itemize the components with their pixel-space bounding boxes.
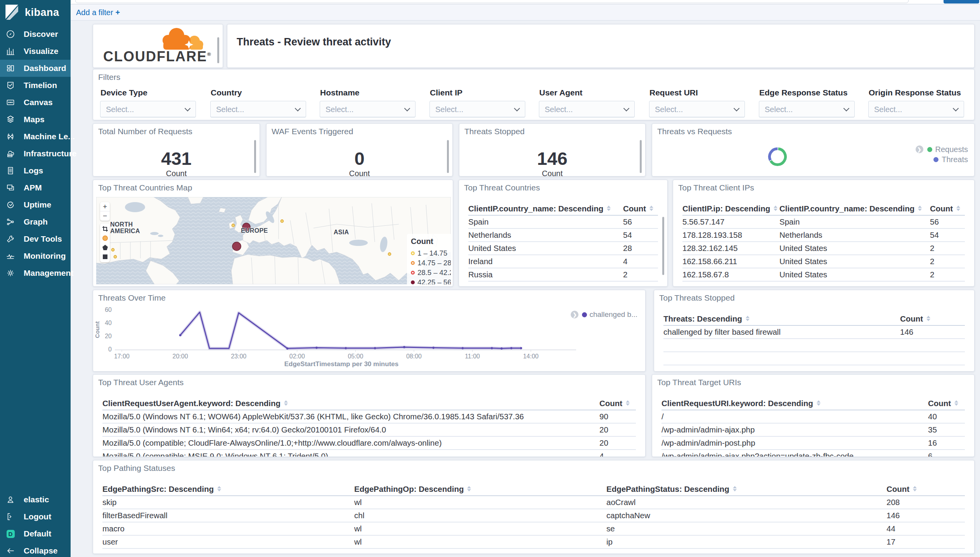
sidebar-item[interactable]: Dev Tools — [0, 230, 71, 247]
kibana-logo[interactable]: kibana — [5, 5, 59, 20]
sidebar-item[interactable]: Infrastructure — [0, 145, 71, 162]
sidebar-item[interactable]: Visualize — [0, 43, 71, 60]
sidebar-item[interactable]: APM — [0, 179, 71, 196]
panel-scrollbar[interactable] — [254, 140, 256, 173]
legend-expand-icon[interactable]: ❯ — [916, 145, 923, 153]
column-header[interactable]: Threats: Descending — [663, 314, 900, 323]
filter-select[interactable]: Select... — [649, 101, 745, 118]
column-header[interactable]: EdgePathingStatus: Descending — [606, 484, 887, 494]
map-legend-item[interactable]: 42.25 – 56 — [411, 277, 449, 284]
column-header[interactable]: Count — [900, 314, 965, 323]
donut-chart[interactable] — [761, 140, 794, 173]
map-legend-item[interactable]: 14.75 – 28.5 — [411, 258, 449, 268]
filter-select[interactable]: Select... — [868, 101, 964, 118]
sidebar-item[interactable]: Graph — [0, 213, 71, 230]
sidebar-item[interactable]: Logs — [0, 162, 71, 179]
table-row[interactable]: 128.32.162.145United States2 — [682, 242, 965, 255]
sidebar-item[interactable]: Timelion — [0, 77, 71, 94]
chevron-down-icon — [953, 106, 959, 112]
chart-legend[interactable]: ❯ challenged b... — [571, 310, 637, 319]
column-header[interactable]: ClientRequestURI.keyword: Descending — [661, 399, 928, 408]
kibana-logo-icon — [5, 5, 19, 20]
table-row[interactable]: filterBasedFirewallchlcaptchaNew146 — [102, 509, 965, 522]
table-row[interactable]: skipwlaoCrawl208 — [102, 496, 965, 509]
sidebar-item[interactable]: Dashboard — [0, 60, 71, 77]
sidebar-footer-item[interactable]: Collapse — [0, 542, 71, 557]
filter-select-placeholder: Select... — [106, 105, 134, 114]
table-row[interactable]: United States28 — [468, 242, 658, 255]
filter-select[interactable]: Select... — [100, 101, 196, 118]
column-header[interactable]: Count — [887, 484, 965, 494]
sidebar-item[interactable]: Machine Le... — [0, 128, 71, 145]
table-row[interactable]: /wp-admin/admin-ajax.php?action=update-z… — [661, 450, 965, 457]
column-header[interactable]: ClientIP.ip: Descending — [682, 204, 779, 213]
sidebar-item[interactable]: Management — [0, 265, 71, 282]
map-crop-tool[interactable] — [100, 224, 110, 234]
column-header[interactable]: ClientRequestUserAgent.keyword: Descendi… — [102, 399, 599, 408]
map-polygon-tool[interactable] — [100, 243, 110, 252]
table-row[interactable]: /40 — [661, 410, 965, 424]
add-filter-link[interactable]: Add a filter+ — [76, 8, 120, 17]
column-header[interactable]: ClientIP.country_name: Descending — [779, 204, 930, 213]
sidebar-item[interactable]: Discover — [0, 26, 71, 43]
filter-select[interactable]: Select... — [320, 101, 416, 118]
filter-select[interactable]: Select... — [210, 101, 306, 118]
table-row[interactable]: /wp-admin/admin-post.php16 — [661, 437, 965, 450]
table-row[interactable]: Mozilla/5.0 (Windows NT 6.1; Win64; x64;… — [102, 424, 636, 437]
query-input[interactable] — [75, 0, 909, 3]
sidebar-footer-item[interactable]: D Default — [0, 525, 71, 542]
table-row[interactable] — [663, 339, 965, 352]
table-row[interactable]: 5.56.57.147Spain56 — [682, 216, 965, 229]
table-row[interactable]: Russia2 — [468, 268, 658, 282]
filter-select[interactable]: Select... — [759, 101, 855, 118]
table-row[interactable]: Netherlands54 — [468, 229, 658, 242]
sidebar-item-icon — [6, 115, 15, 124]
column-header[interactable]: Count — [928, 399, 965, 408]
panel-scrollbar[interactable] — [662, 217, 664, 275]
filter-select[interactable]: Select... — [429, 101, 525, 118]
sidebar-item[interactable]: Canvas — [0, 94, 71, 111]
sidebar-item[interactable]: Monitoring — [0, 247, 71, 265]
table-row[interactable]: Ireland4 — [468, 255, 658, 268]
table-row[interactable]: /wp-admin/admin-ajax.php35 — [661, 424, 965, 437]
legend-row[interactable]: Threats — [916, 154, 968, 164]
map-circle-tool[interactable] — [100, 234, 110, 243]
column-header[interactable]: Count — [599, 399, 636, 408]
table-row[interactable]: 162.158.66.211United States2 — [682, 255, 965, 268]
sidebar-item[interactable]: Maps — [0, 111, 71, 128]
legend-expand-icon[interactable]: ❯ — [571, 311, 578, 318]
filter-select-placeholder: Select... — [655, 105, 683, 114]
table-row[interactable]: challenged by filter based firewall146 — [663, 326, 965, 339]
filters-panel: Filters Device Type Select... Country Se… — [93, 69, 975, 120]
map-legend-item[interactable]: 1 – 14.75 — [411, 248, 449, 258]
sidebar-item[interactable]: Uptime — [0, 196, 71, 213]
legend-row[interactable]: ❯ Requests — [916, 144, 968, 154]
table-row[interactable]: userwlip17 — [102, 536, 965, 549]
table-row[interactable]: 178.128.193.158Netherlands54 — [682, 229, 965, 242]
column-header[interactable]: Count — [930, 204, 965, 213]
table-row[interactable] — [663, 352, 965, 365]
table-row[interactable]: 162.158.67.8United States2 — [682, 268, 965, 282]
map-legend-item[interactable]: 28.5 – 42.25 — [411, 268, 449, 277]
sidebar-footer-item[interactable]: Logout — [0, 508, 71, 525]
panel-scrollbar[interactable] — [447, 140, 449, 173]
column-header[interactable]: ClientIP.country_name: Descending — [468, 204, 623, 213]
table-row[interactable]: Spain56 — [468, 216, 658, 229]
update-button[interactable] — [944, 0, 979, 3]
table-row[interactable]: macrowlse44 — [102, 522, 965, 536]
column-header[interactable]: EdgePathingSrc: Descending — [102, 484, 354, 494]
table-row[interactable]: Mozilla/5.0 (compatible; MSIE 9.0; Windo… — [102, 450, 636, 457]
column-header[interactable]: Count — [623, 204, 658, 213]
panel-scrollbar[interactable] — [640, 140, 642, 173]
table-row[interactable]: Mozilla/5.0 (compatible; CloudFlare-Alwa… — [102, 437, 636, 450]
map-zoom-in-button[interactable]: + — [100, 202, 110, 211]
sidebar-footer-item[interactable]: elastic — [0, 491, 71, 508]
map-zoom-out-button[interactable]: − — [100, 211, 110, 221]
world-map[interactable]: NORTHAMERICA EUROPE ASIA Count 1 – 14.75… — [96, 197, 451, 284]
map-rectangle-tool[interactable] — [100, 252, 110, 261]
panel-scrollbar[interactable] — [217, 37, 219, 63]
table-row[interactable]: Mozilla/5.0 (Windows NT 6.1; WOW64) Appl… — [102, 410, 636, 424]
line-chart[interactable]: 604020017:0020:0023:0002:0005:0008:0011:… — [93, 290, 646, 372]
column-header[interactable]: EdgePathingOp: Descending — [354, 484, 606, 494]
filter-select[interactable]: Select... — [539, 101, 635, 118]
